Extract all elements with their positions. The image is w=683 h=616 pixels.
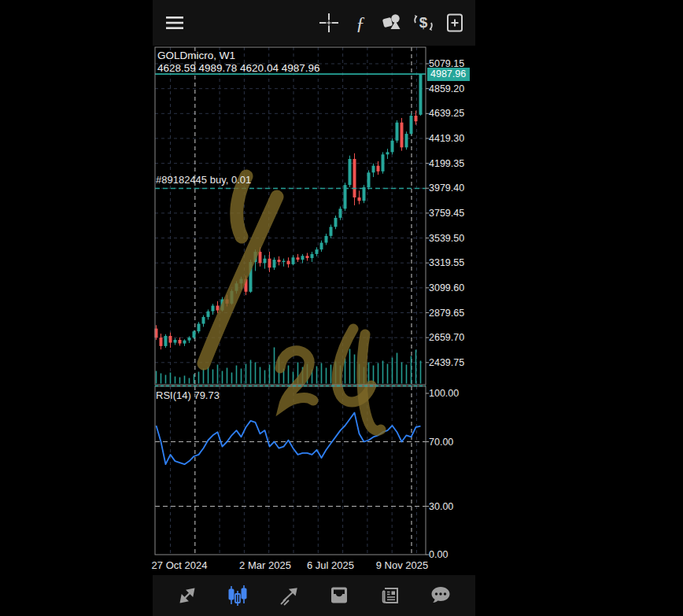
indicators-f-icon[interactable]: ƒ [345,7,376,39]
price-axis-label: 3099.60 [429,283,464,293]
price-axis-label: 3979.40 [429,183,464,194]
price-axis-label: 3539.50 [429,233,464,243]
rsi-axis-label: 0.00 [429,550,448,560]
bottom-toolbar [153,575,475,616]
quotes-tab-icon[interactable] [172,580,203,611]
date-axis-label: 27 Oct 2024 [152,560,208,570]
chart-canvas[interactable] [0,0,683,616]
date-axis-label: 9 Nov 2025 [376,560,429,570]
trade-dollar-icon[interactable]: $ [408,7,439,39]
open-position-label[interactable]: #89182445 buy, 0.01 [156,175,251,185]
price-axis-label: 3759.45 [429,208,464,219]
history-tab-icon[interactable] [323,580,355,611]
price-axis-label: 2659.70 [429,333,464,343]
date-axis-label: 2 Mar 2025 [239,560,291,570]
rsi-axis-label: 30.00 [429,501,453,511]
svg-text:$: $ [419,14,428,31]
price-axis-label: 3319.55 [429,258,464,268]
price-axis-label: 2879.65 [429,308,464,318]
date-axis-label: 6 Jul 2025 [307,560,354,570]
price-axis-label: 2439.75 [429,358,464,368]
crosshair-icon[interactable] [313,7,345,39]
objects-icon[interactable] [376,7,408,39]
chat-tab-icon[interactable] [425,580,456,611]
new-order-icon[interactable] [439,7,471,39]
top-toolbar: ƒ $ [153,0,475,46]
trade-tab-icon[interactable] [273,580,305,611]
screenshot-root: { "colors": { "bull_teal": "#26a69a", "b… [0,0,683,616]
price-axis-label: 4199.35 [429,158,464,168]
symbol-timeframe-label: GOLDmicro, W1 [157,50,235,61]
indicators-f-glyph: ƒ [356,13,365,32]
price-axis-label: 4859.20 [429,83,464,94]
price-axis-label: 4639.25 [429,109,464,119]
current-price-badge: 4987.96 [427,68,470,81]
hamburger-menu-icon[interactable] [159,7,190,39]
rsi-axis-label: 100.00 [429,389,459,399]
charts-tab-icon[interactable] [222,580,253,611]
rsi-indicator-label: RSI(14) 79.73 [156,390,220,400]
ohlc-values-label: 4628.59 4989.78 4620.04 4987.96 [157,63,319,74]
rsi-axis-label: 70.00 [429,437,453,447]
news-tab-icon[interactable] [375,580,406,611]
price-axis-label: 4419.30 [429,134,464,144]
